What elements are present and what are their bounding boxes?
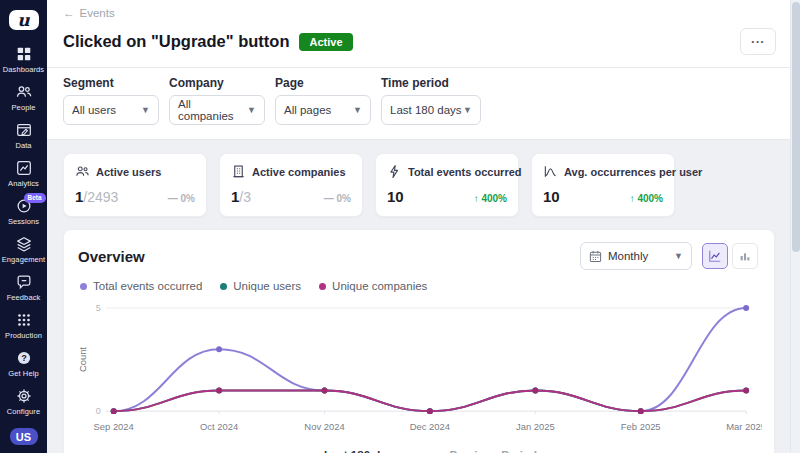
stat-change: ↑ 400%: [630, 193, 663, 204]
chart-type-toggles: [702, 243, 758, 269]
sidebar-item-people[interactable]: People: [0, 80, 47, 115]
engagement-icon: [15, 235, 33, 253]
filter-label: Segment: [63, 76, 159, 90]
stat-cards: Active users 1/2493 — 0% Active companie…: [63, 153, 800, 217]
company-select[interactable]: All companies ▼: [169, 95, 265, 125]
chevron-down-icon: ▼: [353, 105, 362, 115]
filter-time-period: Time period Last 180 days ▼: [381, 76, 481, 125]
breadcrumb[interactable]: ← Events: [63, 5, 115, 21]
sidebar-item-label: Feedback: [7, 293, 41, 302]
overview-title: Overview: [78, 248, 145, 265]
sidebar-item-analytics[interactable]: Analytics: [0, 156, 47, 191]
legend-item-unique-users[interactable]: Unique users: [220, 280, 301, 292]
user-avatar[interactable]: US: [10, 428, 38, 445]
stat-total: /2493: [83, 189, 118, 205]
trend-up-icon: ↑: [474, 193, 479, 204]
sidebar-item-configure[interactable]: Configure: [0, 384, 47, 419]
userpilot-logo[interactable]: u: [9, 10, 39, 30]
breadcrumb-label: Events: [80, 7, 115, 19]
svg-text:?: ?: [21, 353, 26, 363]
filter-label: Time period: [381, 76, 481, 90]
svg-text:Nov 2024: Nov 2024: [304, 421, 344, 432]
filter-segment: Segment All users ▼: [63, 76, 159, 125]
trend-flat-icon: —: [324, 193, 334, 204]
svg-text:Dec 2024: Dec 2024: [410, 421, 450, 432]
building-icon: [231, 164, 246, 179]
stat-label: Active companies: [252, 166, 346, 178]
chevron-down-icon: ▼: [674, 251, 683, 261]
legend-dot-purple: [80, 283, 87, 290]
svg-text:0: 0: [96, 406, 101, 416]
stat-change: — 0%: [324, 193, 351, 204]
stat-label: Total events occurred: [408, 166, 522, 178]
sidebar-item-production[interactable]: Production: [0, 308, 47, 343]
legend-dot-teal: [220, 283, 227, 290]
svg-text:Sep 2024: Sep 2024: [94, 421, 134, 432]
data-icon: [15, 121, 33, 139]
chevron-down-icon: ▼: [463, 105, 472, 115]
vertical-scrollbar[interactable]: [790, 0, 800, 453]
line-chart-toggle[interactable]: [702, 243, 728, 269]
stat-change: — 0%: [168, 193, 195, 204]
segment-select-value: All users: [72, 104, 116, 116]
scrollbar-thumb[interactable]: [792, 2, 800, 252]
segment-select[interactable]: All users ▼: [63, 95, 159, 125]
svg-text:Count: Count: [78, 347, 88, 372]
chart-legend: Total events occurred Unique users Uniqu…: [80, 280, 760, 292]
main-area: ← Events Clicked on "Upgrade" button Act…: [47, 0, 800, 453]
feedback-icon: [15, 273, 33, 291]
trend-flat-icon: —: [168, 193, 178, 204]
stat-label: Active users: [96, 166, 161, 178]
granularity-select[interactable]: Monthly ▼: [580, 242, 692, 270]
title-row: Clicked on "Upgrade" button Active ...: [63, 21, 784, 67]
stat-card-active-companies: Active companies 1/3 — 0%: [219, 153, 363, 217]
status-badge: Active: [299, 33, 352, 51]
page-select[interactable]: All pages ▼: [275, 95, 371, 125]
stat-card-total-events: Total events occurred 10 ↑ 400%: [375, 153, 519, 217]
analytics-icon: [15, 159, 33, 177]
trend-up-icon: ↑: [630, 193, 635, 204]
filter-label: Page: [275, 76, 371, 90]
production-icon: [15, 311, 33, 329]
svg-text:Jan 2025: Jan 2025: [516, 421, 555, 432]
legend-current-period[interactable]: Last 180 days: [301, 449, 399, 453]
sidebar-item-feedback[interactable]: Feedback: [0, 270, 47, 305]
time-period-select[interactable]: Last 180 days ▼: [381, 95, 481, 125]
stat-label: Avg. occurrences per user: [564, 166, 702, 178]
people-icon: [15, 83, 33, 101]
sidebar-item-label: Sessions: [8, 217, 39, 226]
calendar-icon: [589, 250, 602, 263]
stat-card-active-users: Active users 1/2493 — 0%: [63, 153, 207, 217]
chart-canvas: 05CountSep 2024Oct 2024Nov 2024Dec 2024J…: [78, 294, 762, 443]
sessions-icon: Beta: [15, 197, 33, 215]
page-title: Clicked on "Upgrade" button: [63, 32, 289, 51]
sidebar-item-label: People: [12, 103, 36, 112]
time-period-select-value: Last 180 days: [390, 104, 462, 116]
company-select-value: All companies: [178, 98, 247, 122]
users-icon: [75, 164, 90, 179]
sidebar-item-data[interactable]: Data: [0, 118, 47, 153]
line-chart-icon: [708, 249, 722, 263]
line-chart[interactable]: 05CountSep 2024Oct 2024Nov 2024Dec 2024J…: [78, 294, 762, 443]
sidebar-item-label: Production: [5, 331, 42, 340]
lightning-icon: [387, 164, 402, 179]
sidebar-item-dashboards[interactable]: Dashboards: [0, 42, 47, 77]
stat-change: ↑ 400%: [474, 193, 507, 204]
svg-text:Feb 2025: Feb 2025: [621, 421, 661, 432]
filter-bar: Segment All users ▼ Company All companie…: [47, 68, 800, 140]
bar-chart-toggle[interactable]: [732, 243, 758, 269]
sidebar-item-label: Analytics: [8, 179, 39, 188]
sidebar-item-label: Get Help: [8, 369, 38, 378]
sidebar-item-sessions[interactable]: Beta Sessions: [0, 194, 47, 229]
legend-previous-period[interactable]: Previous Period: [425, 449, 537, 453]
legend-item-unique-companies[interactable]: Unique companies: [319, 280, 427, 292]
dashboards-icon: [15, 45, 33, 63]
svg-text:5: 5: [96, 303, 101, 313]
svg-text:Oct 2024: Oct 2024: [200, 421, 238, 432]
sidebar-item-engagement[interactable]: Engagement: [0, 232, 47, 267]
page-content: Active users 1/2493 — 0% Active companie…: [47, 140, 800, 453]
more-actions-button[interactable]: ...: [740, 28, 776, 55]
sidebar-item-get-help[interactable]: ? Get Help: [0, 346, 47, 381]
legend-item-total-events[interactable]: Total events occurred: [80, 280, 202, 292]
sidebar-item-label: Engagement: [2, 255, 46, 264]
